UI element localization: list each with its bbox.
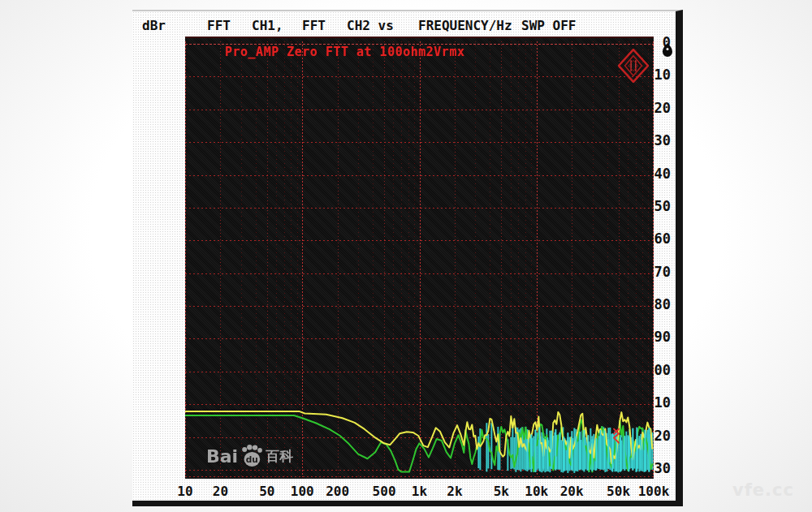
x-axis-tick-label: 100k bbox=[626, 484, 681, 499]
analyzer-screenshot-panel: dBrFFTCH1,FFTCH2 vsFREQUENCY/HzSWP OFF 0… bbox=[132, 10, 683, 506]
measurement-title: Pro_AMP Zero FTT at 100ohm2Vrmx bbox=[225, 45, 464, 59]
header-label: FREQUENCY/Hz bbox=[418, 18, 512, 33]
baidu-watermark-text: Bai bbox=[206, 446, 238, 467]
baidu-paw-icon: du bbox=[239, 444, 265, 468]
screen-edge-marker-icon bbox=[662, 42, 673, 60]
fft-plot-area: Pro_AMP Zero FTT at 100ohm2Vrmx Bai du 百… bbox=[185, 37, 654, 479]
analyzer-diamond-logo-icon bbox=[618, 49, 649, 83]
header-label: CH1, bbox=[252, 18, 283, 33]
header-label: CH2 vs bbox=[347, 18, 394, 33]
baidu-watermark-suffix: 百科 bbox=[266, 447, 293, 466]
header-label: SWP OFF bbox=[521, 18, 576, 33]
baidu-baike-watermark: Bai du 百科 bbox=[206, 444, 293, 468]
header-label: FFT bbox=[302, 18, 326, 33]
header-label: FFT bbox=[207, 18, 231, 33]
site-watermark: vfe.cc bbox=[732, 480, 794, 500]
fft-plot-canvas bbox=[185, 38, 654, 479]
svg-text:du: du bbox=[246, 454, 258, 464]
y-axis-unit-label: dBr bbox=[142, 18, 166, 33]
